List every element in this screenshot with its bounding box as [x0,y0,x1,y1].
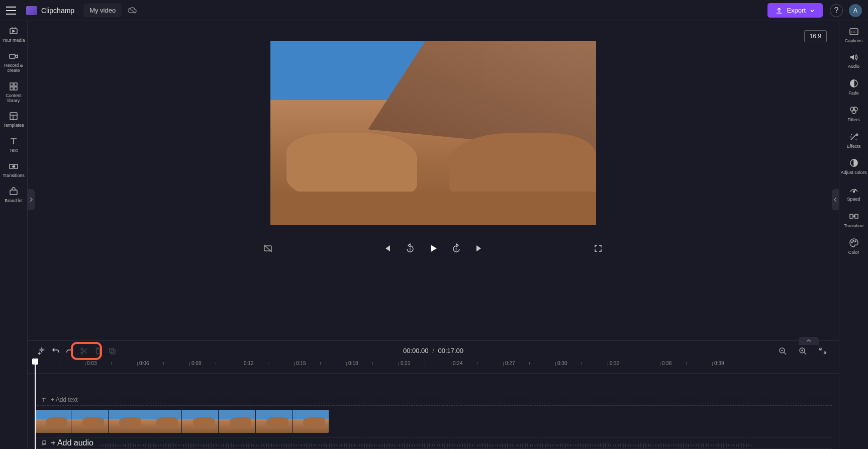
audio-waveform-placeholder [100,440,832,445]
main-area: 16:9 5 5 [28,21,839,449]
redo-button[interactable] [64,345,76,357]
svg-text:CC: CC [851,30,856,34]
undo-button[interactable] [50,345,62,357]
panel-item-transition[interactable]: Transition [840,211,867,229]
text-track[interactable]: + Add text [35,394,832,406]
add-audio-label: + Add audio [51,438,93,447]
sidebar-item-transitions[interactable]: Transitions [1,161,26,178]
cloud-sync-off-icon[interactable] [128,7,137,14]
svg-rect-5 [10,87,13,90]
skip-forward-button[interactable]: 5 [450,242,462,254]
menu-button[interactable] [6,7,16,15]
svg-text:5: 5 [455,248,457,251]
app-logo[interactable]: Clipchamp [26,6,74,15]
ruler-mark: 0:30 [557,361,567,366]
svg-rect-33 [110,348,114,352]
svg-rect-2 [10,54,15,58]
svg-rect-3 [10,83,13,86]
split-button[interactable] [78,345,90,357]
ruler-mark: 0:03 [87,361,97,366]
svg-rect-23 [855,214,858,218]
duplicate-button[interactable] [106,345,118,357]
zoom-fit-button[interactable] [817,345,829,357]
panel-item-color[interactable]: Color [840,238,867,255]
panel-item-adjust-colors[interactable]: Adjust colors [840,158,867,175]
svg-point-24 [851,242,852,243]
help-button[interactable]: ? [830,4,843,17]
video-clip[interactable] [35,410,329,433]
svg-point-42 [45,443,46,445]
right-sidebar: CC Captions Audio Fade Filters Effects A… [839,21,868,449]
zoom-controls [777,345,831,357]
project-name[interactable]: My video [83,4,122,17]
avatar[interactable]: A [849,4,862,17]
skip-to-start-button[interactable] [381,242,393,254]
timeline-toolbar: 00:00.00 / 00:17.00 [28,340,839,361]
timeline-ruler[interactable]: 00:030:060:090:120:150:180:210:240:270:3… [28,361,839,374]
magic-button[interactable] [36,345,48,357]
add-text-label: + Add text [51,396,78,403]
aspect-ratio-button[interactable]: 16:9 [804,30,827,42]
svg-point-26 [855,241,856,242]
sidebar-item-content-library[interactable]: Content library [1,81,26,104]
ruler-mark: 0:06 [139,361,149,366]
ruler-mark: 0:21 [401,361,410,366]
ruler-mark: 0:24 [453,361,462,366]
sidebar-item-text[interactable]: Text [1,136,26,153]
svg-rect-22 [850,214,853,218]
sidebar-item-your-media[interactable]: Your media [1,26,26,43]
music-icon [41,440,47,446]
svg-rect-6 [14,87,17,90]
ruler-mark: 0:18 [348,361,358,366]
current-time: 00:00.00 [403,347,429,354]
ruler-mark: 0:39 [714,361,724,366]
panel-item-fade[interactable]: Fade [840,78,867,96]
svg-point-31 [81,348,83,350]
export-button[interactable]: Export [767,3,823,18]
panel-item-audio[interactable]: Audio [840,53,867,69]
sidebar-item-templates[interactable]: Templates [1,111,26,128]
fullscreen-button[interactable] [592,242,604,254]
expand-timeline-button[interactable] [799,337,819,345]
total-time: 00:17.00 [438,347,463,354]
player-controls: 5 5 [262,242,604,254]
audio-track[interactable]: + Add audio [35,437,832,449]
clipchamp-icon [26,6,37,15]
app-name: Clipchamp [41,7,74,15]
svg-text:5: 5 [409,248,411,251]
ruler-mark: 0:09 [191,361,201,366]
ruler-mark: 0:12 [244,361,253,366]
panel-item-captions[interactable]: CC Captions [840,27,867,44]
delete-button[interactable] [92,345,104,357]
playhead[interactable] [35,361,36,449]
ruler-mark: 0:15 [296,361,306,366]
preview-canvas[interactable] [270,41,596,225]
timecode: 00:00.00 / 00:17.00 [403,347,463,354]
svg-rect-4 [14,83,17,86]
svg-rect-7 [10,113,17,120]
left-sidebar: Your media Record & create Content libra… [0,21,28,449]
svg-line-39 [804,352,806,354]
skip-back-button[interactable]: 5 [404,242,416,254]
sidebar-item-record-create[interactable]: Record & create [1,51,26,73]
zoom-out-button[interactable] [777,345,789,357]
svg-rect-12 [10,190,17,195]
timeline-tracks: + Add text + Add audio [28,374,839,449]
ruler-mark: 0:27 [505,361,515,366]
svg-point-25 [853,240,854,241]
hide-preview-icon[interactable] [262,242,274,254]
svg-point-32 [81,352,83,354]
topbar: Clipchamp My video Export ? A [0,0,868,21]
sidebar-item-brand-kit[interactable]: Brand kit [1,187,26,204]
ruler-mark: 0:36 [662,361,671,366]
ruler-mark: 0:33 [610,361,619,366]
skip-to-end-button[interactable] [473,242,486,254]
svg-line-36 [784,352,786,354]
zoom-in-button[interactable] [797,345,809,357]
panel-item-filters[interactable]: Filters [840,105,867,123]
export-label: Export [787,7,806,14]
text-icon [41,397,47,403]
play-button[interactable] [427,242,439,254]
panel-item-effects[interactable]: Effects [840,132,867,149]
panel-item-speed[interactable]: Speed [840,185,867,202]
